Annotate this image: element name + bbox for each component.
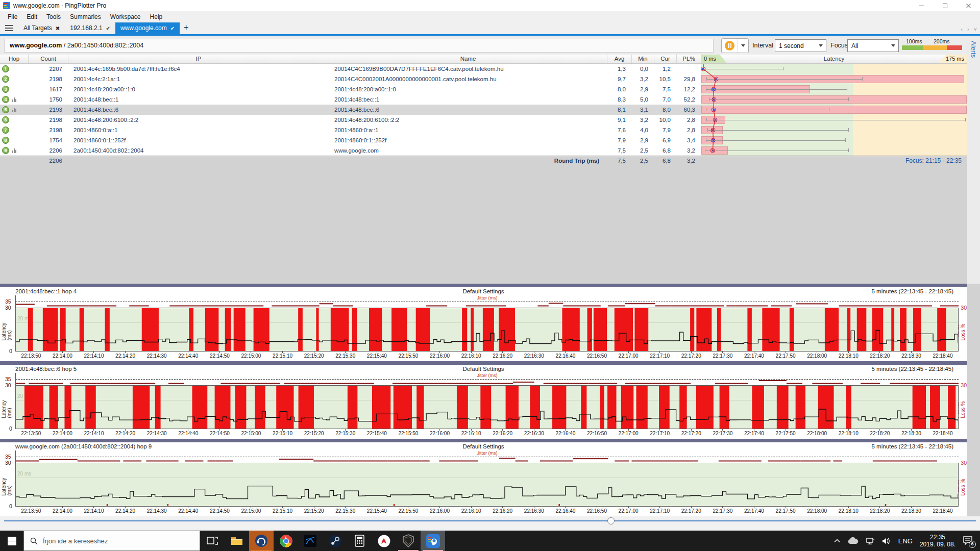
col-header-cur[interactable]: Cur [654, 55, 677, 63]
graph-settings-label[interactable]: Default Settings [462, 288, 504, 294]
time-axis: 22:13:5022:14:0022:14:1022:14:2022:14:30… [15, 507, 959, 514]
latency-range-line [706, 120, 966, 120]
new-tab-button[interactable]: + [180, 23, 192, 34]
packet-loss-cell [677, 64, 701, 74]
taskbar-icon-calculator[interactable] [347, 531, 372, 551]
col-header-min[interactable]: Min [632, 55, 654, 63]
taskbar-icon-voice-app[interactable] [249, 531, 274, 551]
network-icon[interactable] [866, 537, 875, 545]
tab-list-icon[interactable]: ˅ [974, 26, 977, 32]
col-header-ip[interactable]: IP [68, 55, 329, 63]
average-latency-marker [701, 67, 705, 71]
menu-tools[interactable]: Tools [42, 12, 65, 22]
pause-dropdown-button[interactable] [738, 39, 748, 53]
pane-splitter[interactable] [0, 439, 967, 442]
time-tick-label: 22:18:10 [832, 429, 864, 437]
name-cell: 20014C4C0002001A0000000000000001.catv.po… [329, 74, 607, 84]
latency-chart-cell [701, 64, 967, 74]
voice-app-icon [255, 534, 268, 547]
time-scrollbar-handle[interactable] [607, 517, 615, 524]
table-row-hop-3[interactable]: 316172001:4c48:200:a00::1:02001:4c48:200… [0, 84, 967, 94]
time-tick-label: 22:16:20 [487, 352, 519, 359]
table-row-hop-7[interactable]: 721982001:4860:0:a::12001:4860:0:a::17,6… [0, 125, 967, 135]
menu-workspace[interactable]: Workspace [106, 12, 145, 22]
time-tick-label: 22:18:40 [927, 429, 959, 437]
table-row-hop-9[interactable]: 922062a00:1450:400d:802::2004www.google.… [0, 145, 967, 156]
taskbar-icon-world-of-tanks[interactable] [396, 531, 421, 551]
time-tick-label: 22:18:00 [801, 429, 833, 437]
table-row-hop-1[interactable]: 122072001:4c4c:169b:9b00:da7d:7fff:fe1e:… [0, 64, 967, 74]
menu-file[interactable]: File [3, 12, 22, 22]
hop-number-badge: 2 [2, 76, 9, 83]
language-indicator[interactable]: ENG [898, 537, 913, 545]
alerts-side-tab[interactable]: Alerts [967, 36, 980, 284]
taskbar-icon-chrome[interactable] [274, 531, 298, 551]
onedrive-cloud-icon[interactable] [847, 537, 859, 544]
time-tick-label: 22:15:40 [361, 507, 393, 514]
pane-splitter[interactable] [0, 361, 967, 365]
menu-edit[interactable]: Edit [22, 12, 42, 22]
taskbar-icon-file-explorer[interactable] [225, 531, 249, 551]
tab-scroll-controls[interactable]: ‹›˅ [961, 26, 977, 32]
min-cell: 3,1 [632, 105, 654, 115]
col-header-avg[interactable]: Avg [607, 55, 632, 63]
focus-select[interactable]: All [847, 39, 899, 52]
taskbar-icon-wargaming[interactable] [372, 531, 396, 551]
time-tick-label: 22:17:10 [644, 429, 676, 437]
taskbar-icon-pingplotter[interactable] [421, 531, 445, 551]
packet-loss-cell: 2,8 [677, 115, 701, 125]
menu-help[interactable]: Help [145, 12, 167, 22]
pane-splitter[interactable] [0, 284, 967, 287]
col-header-count[interactable]: Count [29, 55, 68, 63]
range-end-tick [848, 97, 849, 101]
table-row-hop-8[interactable]: 817542001:4860:0:1::252f2001:4860:0:1::2… [0, 135, 967, 145]
col-header-name[interactable]: Name [329, 55, 607, 63]
table-row-hop-2[interactable]: 221982001:4c4c:2:1a::120014C4C0002001A00… [0, 74, 967, 84]
time-tick-label: 22:16:40 [550, 429, 581, 437]
tab-scroll-right-icon[interactable]: › [967, 26, 969, 32]
hamburger-menu-icon[interactable] [5, 25, 13, 31]
jitter-axis-label: Jitter (ms) [16, 295, 959, 300]
ip-cell: 2001:4860:0:1::252f [68, 135, 329, 145]
taskbar-icon-steam[interactable] [323, 531, 347, 551]
tray-expand-icon[interactable] [834, 539, 840, 543]
tab-scroll-left-icon[interactable]: ‹ [961, 26, 963, 32]
tab-close-icon[interactable]: ✖ [56, 26, 60, 31]
minimize-button[interactable] [910, 0, 933, 11]
pingplotter-app-icon [3, 2, 10, 9]
taskbar-search-input[interactable]: Írjon ide a kereséshez [23, 531, 200, 551]
table-row-hop-5[interactable]: 521932001:4c48:bec::62001:4c48:bec::68,1… [0, 105, 967, 115]
hop-cell: 8 [0, 135, 29, 145]
tab-all-targets[interactable]: All Targets ✖ [18, 22, 65, 34]
tab-www-google-com[interactable]: www.google.com ✔ [115, 22, 180, 34]
name-cell: 2001:4860:0:1::252f [329, 135, 607, 145]
table-row-hop-4[interactable]: 417502001:4c48:bec::12001:4c48:bec::18,3… [0, 94, 967, 105]
time-tick-label: 22:14:40 [173, 507, 204, 514]
time-scrollbar-track[interactable] [4, 520, 976, 521]
tab-192-168-2-1[interactable]: 192.168.2.1 ✔ [65, 22, 115, 34]
pause-button[interactable] [722, 39, 738, 53]
col-header-pl[interactable]: PL% [677, 55, 701, 63]
graph-settings-label[interactable]: Default Settings [462, 366, 504, 372]
table-row-hop-6[interactable]: 621982001:4c48:200:6100::2:22001:4c48:20… [0, 115, 967, 125]
hop-rows: 122072001:4c4c:169b:9b00:da7d:7fff:fe1e:… [0, 64, 967, 156]
taskbar-icon-game-app[interactable] [298, 531, 323, 551]
start-button[interactable] [0, 531, 23, 551]
focus-range-label: Focus: 21:15 - 22:35 [701, 156, 967, 166]
close-button[interactable] [957, 0, 980, 11]
menu-summaries[interactable]: Summaries [65, 12, 106, 22]
graph-settings-label[interactable]: Default Settings [462, 443, 504, 449]
action-center-button[interactable]: 6 [963, 535, 974, 546]
tray-clock[interactable]: 22:35 2019. 09. 08. [920, 534, 955, 548]
target-address-box[interactable]: www.google.com / 2a00:1450:400d:802::200… [4, 39, 714, 53]
time-tick-label: 22:15:50 [393, 429, 424, 437]
col-header-hop[interactable]: Hop [0, 55, 29, 63]
taskbar-icon-task-view[interactable] [200, 531, 225, 551]
time-tick-label: 22:15:30 [330, 352, 361, 359]
avg-cell: 8,3 [607, 94, 632, 105]
hop-cell: 2 [0, 74, 29, 84]
maximize-button[interactable] [933, 0, 957, 11]
interval-select[interactable]: 1 second [775, 39, 826, 52]
latency-axis-title: Latency (ms) [1, 396, 12, 418]
volume-icon[interactable] [882, 537, 891, 545]
